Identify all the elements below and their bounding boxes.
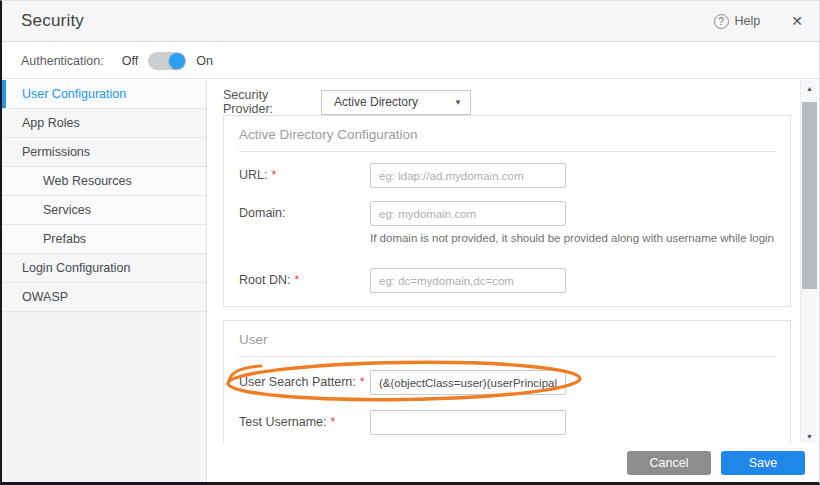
- save-button[interactable]: Save: [721, 451, 805, 475]
- user-search-pattern-row: User Search Pattern:*: [224, 370, 790, 395]
- user-search-pattern-label: User Search Pattern:: [239, 375, 356, 389]
- test-username-row: Test Username:*: [224, 410, 790, 435]
- url-field-row: URL:*: [224, 163, 790, 188]
- url-input[interactable]: [370, 163, 566, 188]
- dialog-header: Security ? Help ✕: [2, 1, 819, 42]
- divider: [239, 151, 775, 152]
- chevron-down-icon: ▼: [454, 98, 462, 107]
- user-heading: User: [224, 321, 790, 356]
- required-asterisk: *: [271, 168, 276, 182]
- domain-field-row: Domain: If domain is not provided, it sh…: [224, 201, 790, 257]
- required-asterisk: *: [331, 415, 336, 429]
- sidebar-item-login-configuration[interactable]: Login Configuration: [2, 254, 206, 283]
- help-label: Help: [735, 14, 761, 28]
- security-provider-select[interactable]: Active Directory ▼: [321, 90, 471, 115]
- ad-configuration-heading: Active Directory Configuration: [224, 116, 790, 151]
- required-asterisk: *: [360, 375, 365, 389]
- authentication-row: Authentication: Off On: [2, 43, 819, 79]
- root-dn-input[interactable]: [370, 268, 566, 293]
- cancel-button[interactable]: Cancel: [627, 451, 711, 475]
- help-icon: ?: [714, 14, 729, 29]
- security-provider-row: Security Provider: Active Directory ▼: [223, 88, 471, 116]
- test-username-input[interactable]: [370, 410, 566, 435]
- domain-input[interactable]: [370, 201, 566, 226]
- url-label: URL:: [239, 168, 267, 182]
- sidebar-item-owasp[interactable]: OWASP: [2, 283, 206, 312]
- divider: [239, 356, 775, 357]
- test-username-label: Test Username:: [239, 415, 327, 429]
- user-search-pattern-input[interactable]: [370, 370, 566, 395]
- security-provider-label: Security Provider:: [223, 88, 321, 116]
- close-icon[interactable]: ✕: [791, 13, 803, 29]
- settings-sidebar: User Configuration App Roles Permissions…: [2, 80, 207, 482]
- dialog-footer: Cancel Save: [207, 443, 819, 482]
- user-panel: User User Search Pattern:* Test Username…: [223, 320, 791, 445]
- sidebar-item-user-configuration[interactable]: User Configuration: [2, 80, 206, 109]
- sidebar-item-permissions[interactable]: Permissions: [2, 138, 206, 167]
- page-title: Security: [21, 11, 84, 31]
- domain-help-text: If domain is not provided, it should be …: [370, 232, 774, 244]
- sidebar-item-services[interactable]: Services: [2, 196, 206, 225]
- vertical-scrollbar[interactable]: ▲ ▼: [800, 80, 817, 445]
- help-button[interactable]: ? Help: [714, 14, 761, 29]
- scroll-up-icon[interactable]: ▲: [801, 82, 818, 95]
- sidebar-item-app-roles[interactable]: App Roles: [2, 109, 206, 138]
- authentication-label: Authentication:: [21, 54, 104, 68]
- toggle-on-label: On: [196, 54, 213, 68]
- domain-label: Domain:: [239, 206, 286, 220]
- authentication-toggle[interactable]: [148, 52, 186, 70]
- main-content: Security Provider: Active Directory ▼ Ac…: [207, 80, 819, 482]
- scroll-down-icon[interactable]: ▼: [801, 430, 818, 443]
- toggle-knob: [169, 53, 185, 69]
- sidebar-item-web-resources[interactable]: Web Resources: [2, 167, 206, 196]
- ad-configuration-panel: Active Directory Configuration URL:* Dom…: [223, 115, 791, 307]
- scrollbar-thumb[interactable]: [802, 102, 817, 289]
- sidebar-item-prefabs[interactable]: Prefabs: [2, 225, 206, 254]
- security-provider-value: Active Directory: [334, 95, 418, 109]
- toggle-off-label: Off: [122, 54, 138, 68]
- security-dialog: Security ? Help ✕ Authentication: Off On…: [0, 0, 820, 485]
- root-dn-field-row: Root DN:*: [224, 268, 790, 293]
- root-dn-label: Root DN:: [239, 273, 290, 287]
- required-asterisk: *: [294, 273, 299, 287]
